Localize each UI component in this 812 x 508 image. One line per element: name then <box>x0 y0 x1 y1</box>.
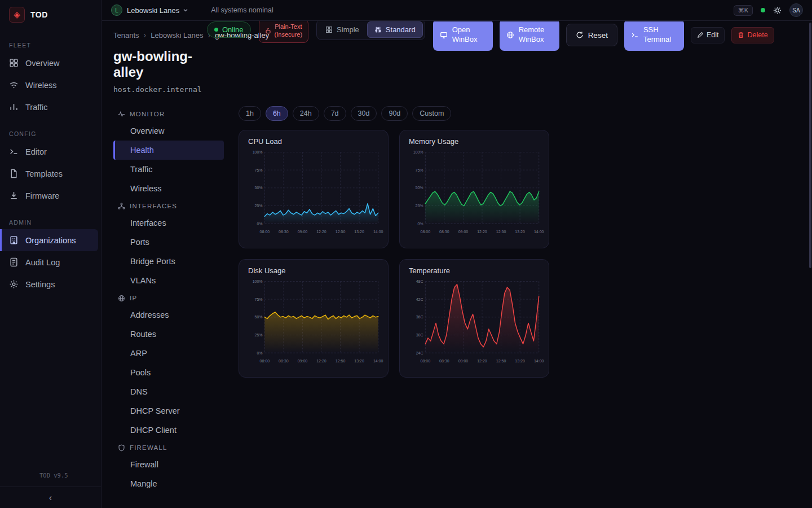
sidebar-item-wireless[interactable]: Wireless <box>0 74 101 96</box>
subnav-item-bridge-ports[interactable]: Bridge Ports <box>113 252 224 271</box>
sidebar-item-label: Firmware <box>25 191 59 200</box>
svg-text:100%: 100% <box>253 150 263 154</box>
svg-text:13:20: 13:20 <box>515 359 525 363</box>
svg-text:09:00: 09:00 <box>298 230 308 234</box>
svg-text:30C: 30C <box>416 333 423 337</box>
subnav-item-pools[interactable]: Pools <box>113 363 224 382</box>
sidebar-item-organizations[interactable]: Organizations <box>0 229 98 251</box>
delete-button[interactable]: Delete <box>731 27 774 43</box>
sidebar-item-editor[interactable]: Editor <box>0 141 101 163</box>
subnav-item-dns[interactable]: DNS <box>113 382 224 401</box>
subnav-item-monitor-health[interactable]: Health <box>113 141 224 160</box>
subnav-item-routes[interactable]: Routes <box>113 325 224 344</box>
svg-text:50%: 50% <box>255 315 263 319</box>
app-version: TOD v9.5 <box>0 472 101 487</box>
range-custom-button[interactable]: Custom <box>412 106 451 121</box>
svg-text:48C: 48C <box>416 279 423 283</box>
sidebar-item-traffic[interactable]: Traffic <box>0 96 101 118</box>
system-status-text: All systems nominal <box>211 6 273 14</box>
scrollbar-thumb[interactable] <box>809 23 811 268</box>
sidebar-item-label: Organizations <box>25 236 76 245</box>
subnav-item-arp[interactable]: ARP <box>113 344 224 363</box>
mode-standard-button[interactable]: Standard <box>367 21 423 38</box>
svg-text:50%: 50% <box>255 186 263 190</box>
reset-button[interactable]: Reset <box>566 24 617 46</box>
open-winbox-label: Open WinBox <box>452 25 486 45</box>
range-30d-button[interactable]: 30d <box>351 106 377 121</box>
mode-standard-label: Standard <box>386 25 416 34</box>
svg-text:100%: 100% <box>413 150 423 154</box>
range-24h-button[interactable]: 24h <box>293 106 319 121</box>
online-dot-icon <box>214 28 218 32</box>
sidebar-item-firmware[interactable]: Firmware <box>0 185 101 207</box>
sidebar-item-settings[interactable]: Settings <box>0 273 101 295</box>
mode-simple-button[interactable]: Simple <box>319 22 366 37</box>
health-status-dot <box>761 8 765 12</box>
svg-text:36C: 36C <box>416 315 423 319</box>
sliders-icon <box>374 26 382 33</box>
range-90d-button[interactable]: 90d <box>381 106 408 121</box>
svg-text:09:00: 09:00 <box>458 359 469 363</box>
sidebar-collapse-button[interactable]: ‹ <box>0 487 101 508</box>
tenant-avatar: L <box>111 5 122 16</box>
chevron-left-icon: ‹ <box>49 493 52 503</box>
subnav-item-addresses[interactable]: Addresses <box>113 305 224 325</box>
command-palette-shortcut[interactable]: ⌘K <box>734 5 753 16</box>
grid-icon <box>9 58 19 68</box>
svg-text:25%: 25% <box>416 204 423 208</box>
globe-icon <box>118 295 125 302</box>
breadcrumb-tenant[interactable]: Lebowski Lanes <box>151 31 203 40</box>
sidebar-item-audit-log[interactable]: Audit Log <box>0 251 101 273</box>
subnav-item-dhcp-server[interactable]: DHCP Server <box>113 401 224 421</box>
range-7d-button[interactable]: 7d <box>324 106 346 121</box>
svg-text:75%: 75% <box>416 168 423 172</box>
sidebar-item-label: Traffic <box>25 103 47 112</box>
svg-text:0%: 0% <box>417 221 423 225</box>
mode-simple-label: Simple <box>337 25 359 34</box>
user-avatar[interactable]: SA <box>789 3 803 17</box>
subnav-item-vlans[interactable]: VLANs <box>113 271 224 290</box>
subnav-item-ports[interactable]: Ports <box>113 233 224 252</box>
range-6h-button[interactable]: 6h <box>266 106 288 121</box>
range-1h-button[interactable]: 1h <box>239 106 261 121</box>
svg-text:08:00: 08:00 <box>421 230 431 234</box>
terminal-icon <box>9 147 19 156</box>
svg-text:24C: 24C <box>416 351 423 354</box>
svg-text:12:50: 12:50 <box>496 230 506 234</box>
page-scrollbar[interactable] <box>809 21 811 508</box>
sidebar-item-overview[interactable]: Overview <box>0 52 101 74</box>
subnav-item-monitor-overview[interactable]: Overview <box>113 121 224 141</box>
subnav-item-mangle[interactable]: Mangle <box>113 474 224 493</box>
sun-icon[interactable] <box>773 6 782 15</box>
remote-winbox-button[interactable]: Remote WinBox <box>500 21 559 51</box>
temperature-card: Temperature 24C30C36C42C48C08:0008:3009:… <box>399 259 549 378</box>
remote-winbox-label: Remote WinBox <box>519 25 553 45</box>
trash-icon <box>738 32 744 38</box>
subnav-item-monitor-wireless[interactable]: Wireless <box>113 179 224 198</box>
subnav-item-monitor-traffic[interactable]: Traffic <box>113 160 224 179</box>
sidebar-section-fleet: FLEET <box>0 42 101 49</box>
subnav-item-dhcp-client[interactable]: DHCP Client <box>113 421 224 440</box>
ssh-terminal-label: SSH Terminal <box>643 25 677 45</box>
chevron-down-icon[interactable] <box>183 7 188 13</box>
svg-text:08:00: 08:00 <box>260 230 270 234</box>
time-range-selector: 1h 6h 24h 7d 30d 90d Custom <box>239 106 549 121</box>
chart-title: CPU Load <box>244 137 383 148</box>
sidebar-item-templates[interactable]: Templates <box>0 163 101 185</box>
terminal-icon <box>631 31 639 39</box>
tenant-switcher[interactable]: Lebowski Lanes <box>127 6 179 15</box>
subnav-item-firewall[interactable]: Firewall <box>113 455 224 474</box>
disk-usage-chart: 0%25%50%75%100%08:0008:3009:0012:2012:50… <box>244 277 383 367</box>
svg-text:13:20: 13:20 <box>515 230 525 234</box>
ssh-terminal-button[interactable]: SSH Terminal <box>624 21 684 51</box>
svg-text:12:20: 12:20 <box>477 359 487 363</box>
subnav-item-interfaces[interactable]: Interfaces <box>113 213 224 233</box>
svg-text:0%: 0% <box>257 351 262 354</box>
sidebar-item-label: Wireless <box>25 81 57 90</box>
open-winbox-button[interactable]: Open WinBox <box>433 21 493 51</box>
edit-button[interactable]: Edit <box>691 27 725 43</box>
svg-text:12:50: 12:50 <box>336 230 346 234</box>
breadcrumb-tenants[interactable]: Tenants <box>113 31 139 40</box>
subnav-group-firewall: FIREWALL <box>113 440 224 455</box>
device-subnav: MONITOR Overview Health Traffic Wireless… <box>113 106 224 493</box>
